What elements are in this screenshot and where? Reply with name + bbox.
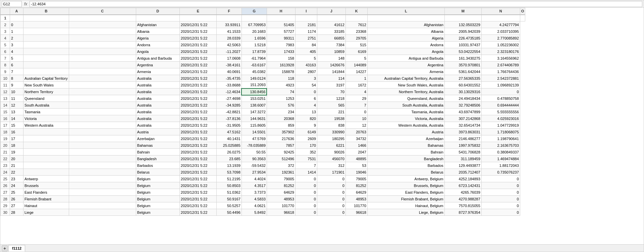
- cell-r3-c6[interactable]: 41.1533: [216, 28, 241, 35]
- cell-r18-c11[interactable]: 20763: [345, 129, 367, 135]
- cell-r28-c2[interactable]: Flemish Brabant: [23, 196, 69, 202]
- cell-r9-c7[interactable]: 45.0382: [241, 68, 267, 75]
- cell-r4-c6[interactable]: 28.0339: [216, 35, 241, 42]
- cell-r1-c8[interactable]: [267, 15, 295, 21]
- cell-r8-c12[interactable]: Argentina: [367, 62, 444, 68]
- cell-r10-c5[interactable]: 2020/12/31 5:22: [179, 75, 216, 82]
- cell-r16-c13[interactable]: 307.2142868: [444, 115, 481, 122]
- cell-r16-c1[interactable]: 14: [10, 115, 23, 122]
- cell-r20-c6[interactable]: 25.025885: [216, 142, 241, 149]
- cell-r9-c4[interactable]: Armenia: [136, 68, 179, 75]
- cell-r16-c14[interactable]: 4.025923016: [481, 115, 520, 122]
- cell-r24-c4[interactable]: Belarus: [136, 169, 179, 176]
- cell-r11-c7[interactable]: 151.2093: [241, 82, 267, 88]
- cell-r30-c3[interactable]: [69, 209, 136, 216]
- cell-r5-c1[interactable]: 3: [10, 42, 23, 48]
- cell-r2-c3[interactable]: [69, 21, 136, 28]
- cell-r11-c8[interactable]: 4923: [267, 82, 295, 88]
- cell-r15-c3[interactable]: [69, 109, 136, 115]
- cell-r28-c3[interactable]: [69, 196, 136, 202]
- cell-r25-c6[interactable]: 51.2195: [216, 176, 241, 182]
- cell-r22-c10[interactable]: 456070: [317, 155, 345, 162]
- cell-r20-c3[interactable]: [69, 142, 136, 149]
- cell-r1-c14[interactable]: [481, 15, 520, 21]
- cell-r17-c10[interactable]: 838: [317, 122, 345, 129]
- cell-r15-c5[interactable]: 2020/12/31 5:22: [179, 109, 216, 115]
- cell-r13-c6[interactable]: -27.4698: [216, 95, 241, 102]
- cell-r9-c13[interactable]: 5361.642044: [444, 68, 481, 75]
- cell-r24-c12[interactable]: Belarus: [367, 169, 444, 176]
- cell-r18-c7[interactable]: 14.5501: [241, 129, 267, 135]
- col-header-L[interactable]: L: [367, 8, 444, 15]
- cell-r27-c2[interactable]: East Flanders: [23, 189, 69, 196]
- cell-r10-c6[interactable]: -35.4735: [216, 75, 241, 82]
- cell-r5-c14[interactable]: 1.052236002: [481, 42, 520, 48]
- cell-r9-c10[interactable]: 141844: [317, 68, 345, 75]
- cell-r12-c3[interactable]: [69, 88, 136, 95]
- cell-r25-c9[interactable]: 0: [295, 176, 317, 182]
- cell-r27-c13[interactable]: 4265.76039: [444, 189, 481, 196]
- cell-r2-c12[interactable]: Afghanistan: [367, 21, 444, 28]
- cell-r23-c11[interactable]: 53: [345, 162, 367, 169]
- cell-r25-c8[interactable]: 79005: [267, 176, 295, 182]
- cell-r6-c7[interactable]: 17.8739: [241, 48, 267, 55]
- cell-r30-c8[interactable]: 96618: [267, 209, 295, 216]
- cell-r16-c12[interactable]: Victoria, Australia: [367, 115, 444, 122]
- cell-r29-c2[interactable]: Hainaut: [23, 202, 69, 209]
- cell-r6-c3[interactable]: [69, 48, 136, 55]
- cell-r25-c7[interactable]: 4.4024: [241, 176, 267, 182]
- cell-r12-c10[interactable]: 70: [317, 88, 345, 95]
- cell-r11-c4[interactable]: Australia: [136, 82, 179, 88]
- cell-r3-c12[interactable]: Albania: [367, 28, 444, 35]
- cell-r14-c8[interactable]: 576: [267, 102, 295, 109]
- cell-r2-c5[interactable]: 2020/12/31 5:22: [179, 21, 216, 28]
- cell-r2-c14[interactable]: 4.24277794: [481, 21, 520, 28]
- cell-r12-c11[interactable]: 4: [345, 88, 367, 95]
- cell-r9-c9[interactable]: 2807: [295, 68, 317, 75]
- cell-r9-c2[interactable]: [23, 68, 69, 75]
- cell-r13-c12[interactable]: Queensland, Australia: [367, 95, 444, 102]
- cell-r9-c5[interactable]: 2020/12/31 5:22: [179, 68, 216, 75]
- cell-r24-c13[interactable]: 2035.712407: [444, 169, 481, 176]
- add-sheet-button[interactable]: +: [2, 245, 8, 251]
- cell-r23-c14[interactable]: 1.88172043: [481, 162, 520, 169]
- cell-r1-c1[interactable]: [10, 15, 23, 21]
- col-header-D[interactable]: D: [136, 8, 179, 15]
- cell-r23-c12[interactable]: Barbados: [367, 162, 444, 169]
- col-header-E[interactable]: E: [179, 8, 216, 15]
- cell-r18-c2[interactable]: [23, 129, 69, 135]
- cell-r26-c13[interactable]: 6723.142431: [444, 182, 481, 189]
- cell-r1-c9[interactable]: [295, 15, 317, 21]
- cell-r8-c13[interactable]: 3570.970801: [444, 62, 481, 68]
- cell-r14-c14[interactable]: 0.694444444: [481, 102, 520, 109]
- cell-r19-c4[interactable]: Azerbaijan: [136, 135, 179, 142]
- cell-r29-c6[interactable]: 50.5257: [216, 202, 241, 209]
- cell-r11-c1[interactable]: 9: [10, 82, 23, 88]
- cell-r29-c3[interactable]: [69, 202, 136, 209]
- cell-r9-c3[interactable]: [69, 68, 136, 75]
- cell-r27-c3[interactable]: [69, 189, 136, 196]
- cell-r13-c5[interactable]: 2020/12/31 5:22: [179, 95, 216, 102]
- cell-r6-c10[interactable]: 10859: [317, 48, 345, 55]
- cell-r14-c4[interactable]: Australia: [136, 102, 179, 109]
- cell-r22-c14[interactable]: 1.469474884: [481, 155, 520, 162]
- cell-r11-c12[interactable]: New South Wales, Australia: [367, 82, 444, 88]
- cell-r13-c13[interactable]: 24.49418434: [444, 95, 481, 102]
- cell-r6-c2[interactable]: [23, 48, 69, 55]
- cell-r3-c4[interactable]: Albania: [136, 28, 179, 35]
- cell-r22-c3[interactable]: [69, 155, 136, 162]
- cell-r28-c7[interactable]: 4.5833: [241, 196, 267, 202]
- cell-r5-c5[interactable]: 2020/12/31 5:22: [179, 42, 216, 48]
- cell-r5-c11[interactable]: 515: [345, 42, 367, 48]
- cell-r13-c9[interactable]: 6: [295, 95, 317, 102]
- cell-r29-c1[interactable]: 27: [10, 202, 23, 209]
- cell-r2-c10[interactable]: 41612: [317, 21, 345, 28]
- cell-r3-c5[interactable]: 2020/12/31 5:22: [179, 28, 216, 35]
- cell-r8-c7[interactable]: -63.6167: [241, 62, 267, 68]
- cell-r11-c13[interactable]: 60.64301552: [444, 82, 481, 88]
- cell-r27-c7[interactable]: 3.7373: [241, 189, 267, 196]
- cell-r10-c13[interactable]: 27.56365335: [444, 75, 481, 82]
- cell-r15-c1[interactable]: 13: [10, 109, 23, 115]
- cell-r24-c1[interactable]: 22: [10, 169, 23, 176]
- col-header-A[interactable]: A: [10, 8, 23, 15]
